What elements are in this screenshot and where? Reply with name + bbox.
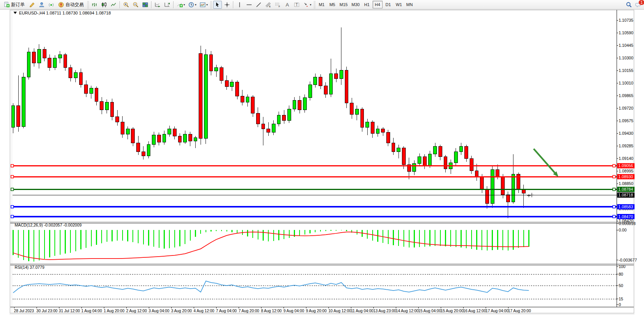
candle-bull — [183, 134, 187, 142]
indicators-button[interactable]: ▾ — [175, 1, 186, 9]
hline-handle[interactable] — [11, 188, 14, 191]
candle-bull — [53, 58, 57, 67]
search-icon[interactable] — [626, 2, 632, 8]
candle-bear — [209, 54, 213, 71]
candle-bull — [11, 105, 15, 127]
tf-m30-button[interactable]: M30 — [350, 1, 361, 8]
signals-button[interactable] — [47, 1, 56, 9]
chart-title: EURUSD-,H4 1.08711 1.08730 1.08694 1.087… — [19, 11, 111, 15]
candle-bear — [100, 101, 104, 110]
candle-bull — [204, 54, 208, 139]
time-axis-label: 1 Aug 04:00 — [81, 309, 102, 313]
candle-bear — [381, 129, 385, 132]
tf-d1-button[interactable]: D1 — [383, 1, 393, 8]
chart-area[interactable]: 1.107351.105901.104451.103001.101551.100… — [0, 10, 644, 324]
cursor-tool-button[interactable] — [213, 1, 222, 9]
candle-bull — [413, 164, 416, 171]
hline-handle[interactable] — [11, 164, 14, 167]
candle-bear — [475, 171, 478, 177]
candle-bear — [371, 122, 375, 134]
tf-m5-button[interactable]: M5 — [327, 1, 337, 8]
trendline-tool-button[interactable] — [254, 1, 263, 9]
candle-bull — [277, 115, 281, 124]
community-button[interactable] — [37, 1, 46, 9]
candle-bear — [110, 102, 114, 117]
zoom-in-button[interactable] — [122, 1, 131, 9]
chevron-down-icon: ▾ — [195, 3, 196, 6]
fibonacci-tool-button[interactable]: F — [273, 1, 282, 9]
hline-handle[interactable] — [613, 215, 615, 218]
hline-handle[interactable] — [11, 206, 14, 208]
tf-h4-button[interactable]: H4 — [373, 1, 383, 8]
candle-bear — [438, 146, 442, 156]
candle-bear — [423, 157, 426, 166]
vertical-line-tool-button[interactable] — [235, 1, 244, 9]
crayon-icon — [29, 2, 35, 8]
candle-bull — [434, 146, 437, 154]
time-axis-label: 10 Aug 12:00 — [328, 309, 351, 313]
tf-m1-button[interactable]: M1 — [317, 1, 327, 8]
time-axis-label: 14 Aug 12:00 — [396, 309, 419, 313]
hline-handle[interactable] — [11, 215, 14, 218]
candle-bull — [27, 52, 30, 77]
arrows-icon — [303, 2, 309, 8]
tile-windows-button[interactable] — [141, 1, 150, 9]
tf-w1-button[interactable]: W1 — [394, 1, 404, 8]
bar-chart-button[interactable] — [90, 1, 99, 9]
line-chart-button[interactable] — [109, 1, 118, 9]
candle-bear — [282, 115, 286, 120]
zoom-out-button[interactable] — [131, 1, 140, 9]
time-axis-label: 8 Aug 12:00 — [261, 309, 282, 313]
horizontal-line-icon — [246, 2, 252, 8]
time-axis-label: 28 Jul 2023 — [14, 309, 34, 313]
candle-bear — [199, 54, 202, 139]
chart-shift-button[interactable] — [163, 1, 172, 9]
tf-m15-button[interactable]: M15 — [338, 1, 349, 8]
chevron-down-icon: ▾ — [183, 3, 185, 6]
text-tool-button[interactable]: A — [283, 1, 292, 9]
hline-handle[interactable] — [613, 164, 615, 167]
price-axis-label: 1.09865 — [618, 93, 633, 98]
hline-handle[interactable] — [613, 188, 615, 191]
candle-chart-button[interactable] — [100, 1, 108, 9]
time-axis-label: 31 Jul 12:00 — [59, 309, 80, 313]
candle-bull — [397, 148, 400, 152]
candle-bull — [168, 129, 171, 134]
candle-bear — [173, 129, 176, 136]
candle-bull — [74, 73, 77, 78]
rsi-axis-label: 80 — [618, 272, 623, 276]
candle-bear — [506, 195, 510, 202]
new-order-button[interactable]: 新订单 — [2, 1, 27, 9]
profile-icon — [38, 2, 45, 8]
price-axis-label: 1.08995 — [618, 169, 633, 173]
crosshair-tool-button[interactable] — [223, 1, 231, 9]
text-label-tool-button[interactable]: T — [292, 1, 301, 9]
price-axis-label: 1.08850 — [618, 181, 633, 186]
price-axis-label: 1.10010 — [618, 81, 633, 85]
autotrading-button[interactable]: 自动交易 — [56, 1, 86, 9]
toolbar-grip — [210, 1, 212, 8]
toolbar-separator — [120, 1, 120, 8]
auto-scroll-button[interactable] — [153, 1, 162, 9]
templates-button[interactable]: ▾ — [198, 1, 209, 9]
periods-button[interactable]: ▾ — [187, 1, 198, 9]
price-badge-label: 1.08583 — [618, 204, 633, 209]
tf-h1-button[interactable]: H1 — [362, 1, 372, 8]
candle-bull — [38, 49, 41, 63]
chat-button[interactable]: 1 — [635, 2, 642, 8]
styler-button[interactable] — [28, 1, 37, 9]
main-toolbar: 新订单 自动交易 — [0, 0, 644, 10]
chevron-down-icon: ▾ — [206, 3, 208, 6]
arrows-tool-button[interactable]: ▾ — [302, 1, 312, 9]
hline-handle[interactable] — [613, 206, 615, 208]
horizontal-line-tool-button[interactable] — [245, 1, 253, 9]
hline-handle[interactable] — [11, 176, 14, 178]
candle-bear — [69, 67, 72, 78]
hline-handle[interactable] — [613, 176, 615, 178]
price-axis-label: 1.10590 — [618, 30, 633, 35]
tf-mn-button[interactable]: MN — [405, 1, 414, 8]
chat-badge: 1 — [639, 0, 644, 5]
candle-bull — [340, 70, 343, 79]
price-axis-label: 1.10155 — [618, 68, 633, 73]
channel-tool-button[interactable]: E — [264, 1, 273, 9]
